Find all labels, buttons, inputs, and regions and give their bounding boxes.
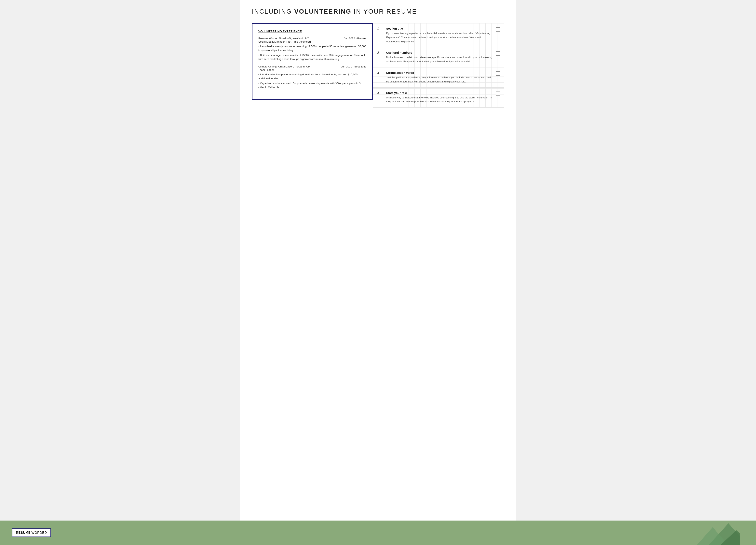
mountain-decoration	[697, 521, 740, 545]
logo-box: RESUME WORDED	[12, 528, 51, 537]
tip-checkbox-1[interactable]	[496, 27, 500, 32]
resume-org-line-2: Climate Change Organization, Portland, O…	[258, 65, 366, 68]
tip-item-4: 4. State your role A simple way to indic…	[373, 88, 504, 107]
resume-org-line-1: Resume Worded Non-Profit, New York, NY J…	[258, 37, 366, 40]
tip-item-3: 3. Strong action verbs Just like paid wo…	[373, 67, 504, 88]
tip-title-4: State your role	[386, 91, 493, 94]
tip-content-3: Strong action verbs Just like paid work …	[386, 71, 493, 84]
tip-number-2: 2.	[377, 51, 383, 55]
resume-dates-1: Jan 2022 - Present	[344, 37, 366, 40]
tip-checkbox-4[interactable]	[496, 91, 500, 96]
tip-checkbox-2[interactable]	[496, 51, 500, 56]
resume-section-title: VOLUNTEERING EXPERIENCE	[258, 30, 366, 33]
tip-title-3: Strong action verbs	[386, 71, 493, 74]
tip-content-4: State your role A simple way to indicate…	[386, 91, 493, 104]
logo-worded-text: WORDED	[31, 531, 47, 535]
resume-role-1: Social Media Manager (Part-Time Voluntee…	[258, 40, 366, 43]
content-area: VOLUNTEERING EXPERIENCE Resume Worded No…	[252, 23, 504, 107]
tip-checkbox-3[interactable]	[496, 71, 500, 76]
logo-resume-text: RESUME	[16, 531, 31, 535]
title-bold: VOLUNTEERING	[294, 8, 351, 15]
tip-description-3: Just like paid work experience, any volu…	[386, 76, 493, 84]
resume-bullet-1-1: • Launched a weekly newsletter reaching …	[258, 44, 366, 52]
resume-entry-header: VOLUNTEERING EXPERIENCE	[258, 30, 366, 33]
tips-panel: 1. Section title If your volunteering ex…	[373, 23, 504, 107]
resume-entry-2: Climate Change Organization, Portland, O…	[258, 65, 366, 89]
main-container: INCLUDING VOLUNTEERING IN YOUR RESUME VO…	[240, 0, 516, 521]
resume-org-1: Resume Worded Non-Profit, New York, NY	[258, 37, 309, 40]
resume-role-2: Team Leader	[258, 68, 366, 71]
resume-dates-2: Jun 2021 - Sept 2021	[341, 65, 366, 68]
tip-number-3: 3.	[377, 71, 383, 75]
page-title: INCLUDING VOLUNTEERING IN YOUR RESUME	[252, 8, 504, 15]
tip-description-1: If your volunteering experience is subst…	[386, 31, 493, 44]
tip-content-1: Section title If your volunteering exper…	[386, 27, 493, 44]
tip-content-2: Use hard numbers Notice how each bullet …	[386, 51, 493, 64]
tip-title-1: Section title	[386, 27, 493, 30]
resume-entry-1: Resume Worded Non-Profit, New York, NY J…	[258, 37, 366, 61]
resume-org-2: Climate Change Organization, Portland, O…	[258, 65, 310, 68]
bottom-decoration: RESUME WORDED	[0, 521, 756, 545]
tip-item-2: 2. Use hard numbers Notice how each bull…	[373, 47, 504, 67]
tip-number-1: 1.	[377, 27, 383, 31]
title-prefix: INCLUDING	[252, 8, 294, 15]
tip-title-2: Use hard numbers	[386, 51, 493, 54]
resume-bullet-2-1: • Introduced online platform enabling do…	[258, 73, 366, 81]
resume-bullet-2-2: • Organized and advertised 10+ quarterly…	[258, 81, 366, 89]
tip-description-4: A simple way to indicate that the roles …	[386, 96, 493, 104]
title-suffix: IN YOUR RESUME	[351, 8, 417, 15]
tip-description-2: Notice how each bullet point references …	[386, 55, 493, 64]
resume-bullet-1-2: • Built and managed a community of 2500+…	[258, 53, 366, 61]
tip-number-4: 4.	[377, 91, 383, 95]
resume-panel: VOLUNTEERING EXPERIENCE Resume Worded No…	[252, 23, 373, 100]
tip-item-1: 1. Section title If your volunteering ex…	[373, 23, 504, 47]
